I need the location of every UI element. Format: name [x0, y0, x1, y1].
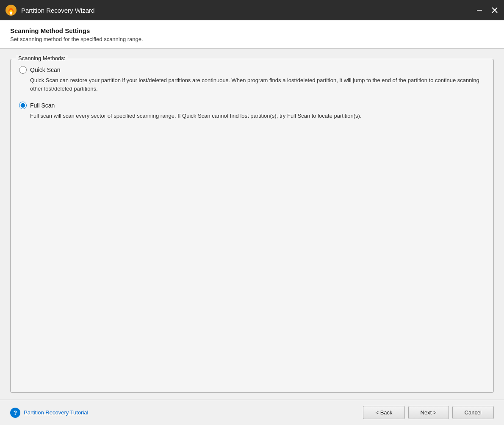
back-button[interactable]: < Back [363, 406, 404, 419]
footer-left: ? Partition Recovery Tutorial [10, 408, 88, 418]
full-scan-radio-row: Full Scan [19, 102, 485, 109]
footer-buttons: < Back Next > Cancel [363, 406, 494, 419]
svg-point-3 [10, 11, 12, 15]
scanning-methods-group: Scanning Methods: Quick Scan Quick Scan … [10, 59, 494, 393]
group-legend: Scanning Methods: [16, 55, 68, 61]
svg-rect-4 [477, 10, 482, 11]
page-header: Scanning Method Settings Set scanning me… [0, 20, 504, 49]
full-scan-label[interactable]: Full Scan [30, 102, 55, 109]
page-title: Scanning Method Settings [10, 27, 494, 34]
help-icon[interactable]: ? [10, 408, 20, 418]
tutorial-link[interactable]: Partition Recovery Tutorial [24, 409, 88, 416]
main-window: Partition Recovery Wizard Scanning Metho… [0, 0, 504, 425]
full-scan-radio[interactable] [19, 102, 27, 109]
page-subtitle: Set scanning method for the specified sc… [10, 36, 494, 42]
footer: ? Partition Recovery Tutorial < Back Nex… [0, 400, 504, 425]
app-icon [5, 4, 17, 16]
title-bar: Partition Recovery Wizard [0, 0, 504, 20]
window-controls [475, 6, 499, 14]
quick-scan-radio-row: Quick Scan [19, 66, 485, 74]
next-button[interactable]: Next > [408, 406, 449, 419]
minimize-button[interactable] [475, 6, 484, 14]
quick-scan-description: Quick Scan can restore your partition if… [30, 76, 485, 93]
quick-scan-radio[interactable] [19, 66, 27, 74]
full-scan-description: Full scan will scan every sector of spec… [30, 112, 485, 120]
quick-scan-option: Quick Scan Quick Scan can restore your p… [19, 66, 485, 93]
close-button[interactable] [490, 6, 499, 14]
full-scan-option: Full Scan Full scan will scan every sect… [19, 102, 485, 120]
main-content: Scanning Methods: Quick Scan Quick Scan … [0, 49, 504, 400]
window-title: Partition Recovery Wizard [21, 7, 475, 14]
quick-scan-label[interactable]: Quick Scan [30, 66, 61, 73]
cancel-button[interactable]: Cancel [452, 406, 494, 419]
